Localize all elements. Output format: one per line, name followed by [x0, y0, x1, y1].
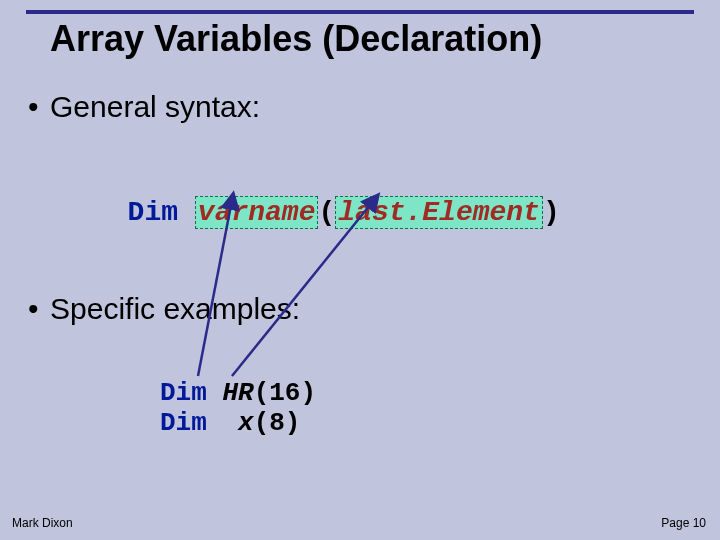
bullet-specific: •Specific examples: — [28, 292, 300, 326]
close-paren: ) — [543, 197, 560, 228]
general-syntax-line: Dim varname(last.Element) — [94, 166, 560, 228]
title-rule — [26, 10, 694, 14]
slide-title: Array Variables (Declaration) — [50, 18, 542, 60]
ex1-keyword: Dim — [160, 378, 207, 408]
ex2-ident: x — [238, 408, 254, 438]
arrows-overlay — [0, 0, 720, 540]
bullet-dot-icon: • — [28, 292, 50, 326]
ex2-args: (8) — [254, 408, 301, 438]
ex1-args: (16) — [254, 378, 316, 408]
open-paren: ( — [318, 197, 335, 228]
bullet-general-text: General syntax: — [50, 90, 260, 123]
example-line-2: Dim x(8) — [160, 408, 300, 438]
bullet-general: •General syntax: — [28, 90, 260, 124]
syntax-varname: varname — [198, 197, 316, 228]
lastelement-box: last.Element — [335, 196, 543, 229]
footer-page: Page 10 — [661, 516, 706, 530]
ex1-ident: HR — [222, 378, 253, 408]
example-line-1: Dim HR(16) — [160, 378, 316, 408]
bullet-dot-icon: • — [28, 90, 50, 124]
ex2-keyword: Dim — [160, 408, 207, 438]
footer-author: Mark Dixon — [12, 516, 73, 530]
varname-box: varname — [195, 196, 319, 229]
syntax-lastelement: last.Element — [338, 197, 540, 228]
keyword-dim: Dim — [128, 197, 178, 228]
bullet-specific-text: Specific examples: — [50, 292, 300, 325]
